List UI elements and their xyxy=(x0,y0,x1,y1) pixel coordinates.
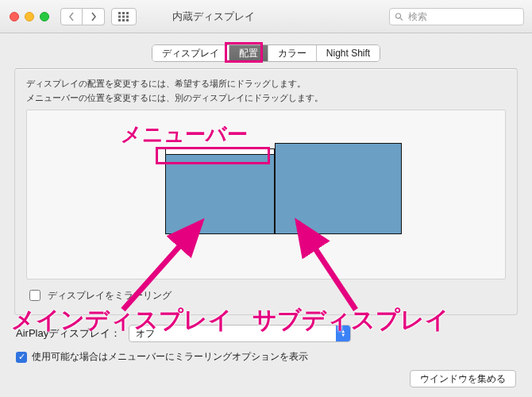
tab-color[interactable]: カラー xyxy=(268,45,317,61)
airplay-selected-value: オフ xyxy=(136,327,155,341)
nav-forward-button[interactable] xyxy=(83,8,105,25)
tab-bar: ディスプレイ 配置 カラー Night Shift xyxy=(0,44,532,62)
mirror-displays-checkbox[interactable] xyxy=(29,290,40,301)
tabs-segmented: ディスプレイ 配置 カラー Night Shift xyxy=(152,44,380,62)
window-minimize-button[interactable] xyxy=(25,12,34,21)
select-stepper-icon: ▲▼ xyxy=(336,326,350,341)
show-all-button[interactable] xyxy=(111,8,137,25)
titlebar: 内蔵ディスプレイ xyxy=(0,0,532,33)
svg-rect-7 xyxy=(122,19,125,21)
mirror-displays-label: ディスプレイをミラーリング xyxy=(48,289,172,303)
tab-night-shift[interactable]: Night Shift xyxy=(317,45,380,61)
mirror-displays-row: ディスプレイをミラーリング xyxy=(26,287,506,303)
hint-line-2: メニューバーの位置を変更するには、別のディスプレイにドラッグします。 xyxy=(26,91,506,106)
hint-text: ディスプレイの配置を変更するには、希望する場所にドラッグします。 メニューバーの… xyxy=(26,77,506,105)
display-secondary[interactable] xyxy=(275,143,402,234)
svg-rect-4 xyxy=(122,15,125,17)
show-mirror-option-label: 使用可能な場合はメニューバーにミラーリングオプションを表示 xyxy=(32,350,308,364)
svg-rect-6 xyxy=(118,19,121,21)
hint-line-1: ディスプレイの配置を変更するには、希望する場所にドラッグします。 xyxy=(26,77,506,91)
window-traffic-lights xyxy=(10,12,49,21)
search-icon xyxy=(395,12,403,21)
display-arrangement-area[interactable] xyxy=(26,110,506,279)
window-close-button[interactable] xyxy=(10,12,19,21)
svg-rect-1 xyxy=(122,12,125,14)
airplay-select[interactable]: オフ ▲▼ xyxy=(129,325,351,342)
arrangement-panel: ディスプレイの配置を変更するには、希望する場所にドラッグします。 メニューバーの… xyxy=(14,68,518,315)
chevron-left-icon xyxy=(68,12,75,21)
chevron-right-icon xyxy=(91,12,97,21)
nav-back-forward xyxy=(60,8,105,25)
tab-display[interactable]: ディスプレイ xyxy=(152,45,229,61)
svg-rect-8 xyxy=(126,19,129,21)
window-zoom-button[interactable] xyxy=(40,12,49,21)
show-mirror-option-checkbox[interactable]: ✓ xyxy=(16,352,27,363)
svg-rect-3 xyxy=(118,15,121,17)
tab-arrangement[interactable]: 配置 xyxy=(229,45,268,61)
airplay-row: AirPlayディスプレイ： オフ ▲▼ xyxy=(16,325,516,342)
svg-rect-2 xyxy=(126,12,129,14)
svg-rect-0 xyxy=(118,12,121,14)
svg-line-10 xyxy=(400,17,403,20)
display-main[interactable] xyxy=(165,148,275,234)
search-input[interactable] xyxy=(407,10,519,23)
search-field[interactable] xyxy=(389,8,524,25)
svg-point-9 xyxy=(395,13,400,18)
grid-icon xyxy=(118,12,129,21)
svg-rect-5 xyxy=(126,15,129,17)
airplay-label: AirPlayディスプレイ： xyxy=(16,326,121,341)
display-menubar-strip[interactable] xyxy=(166,149,274,155)
gather-windows-button[interactable]: ウインドウを集める xyxy=(410,370,516,387)
nav-back-button[interactable] xyxy=(60,8,83,25)
show-mirror-option-row: ✓ 使用可能な場合はメニューバーにミラーリングオプションを表示 xyxy=(16,350,516,364)
